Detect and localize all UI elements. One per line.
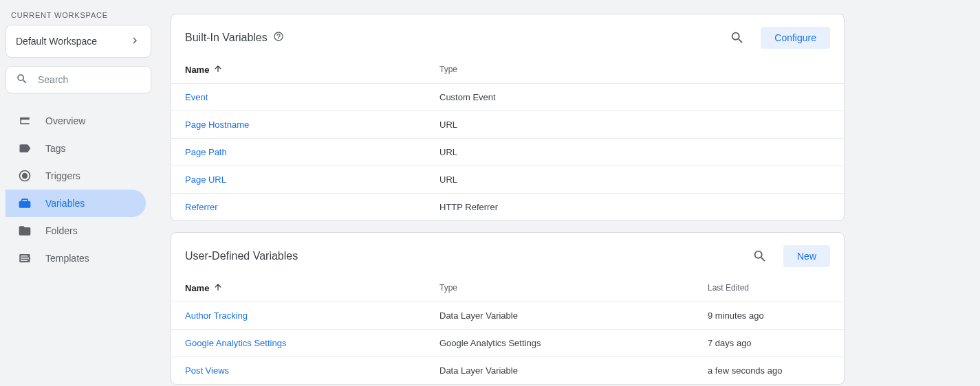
col-label: Name bbox=[185, 65, 209, 75]
nav-tags[interactable]: Tags bbox=[6, 135, 146, 162]
nav-label: Templates bbox=[45, 253, 89, 264]
card-header: Built-In Variables Configure bbox=[171, 14, 844, 56]
table-row[interactable]: Page Hostname URL bbox=[171, 111, 844, 138]
var-name[interactable]: Event bbox=[185, 92, 439, 102]
tag-icon bbox=[18, 141, 32, 155]
nav-list: Overview Tags Triggers Variables Folders bbox=[6, 107, 151, 272]
nav-label: Tags bbox=[45, 143, 66, 154]
card-header: User-Defined Variables New bbox=[171, 233, 844, 274]
var-name[interactable]: Author Tracking bbox=[185, 310, 439, 321]
var-edited: 9 minutes ago bbox=[708, 310, 830, 321]
trigger-icon bbox=[18, 169, 32, 183]
table-header: Name Type Last Edited bbox=[171, 274, 844, 302]
arrow-up-icon bbox=[213, 64, 223, 76]
search-button[interactable] bbox=[748, 244, 772, 269]
card-title: Built-In Variables bbox=[185, 32, 268, 44]
var-type: URL bbox=[439, 147, 830, 157]
template-icon bbox=[18, 251, 32, 265]
table-row[interactable]: Event Custom Event bbox=[171, 83, 844, 111]
sidebar: CURRENT WORKSPACE Default Workspace Over… bbox=[0, 0, 157, 386]
nav-label: Triggers bbox=[45, 170, 80, 181]
var-type: Custom Event bbox=[439, 92, 830, 102]
workspace-label: CURRENT WORKSPACE bbox=[6, 8, 151, 25]
var-type: URL bbox=[439, 174, 830, 185]
workspace-name: Default Workspace bbox=[16, 36, 97, 47]
var-type: Google Analytics Settings bbox=[439, 338, 708, 348]
help-icon[interactable] bbox=[273, 31, 284, 45]
card-title-wrap: Built-In Variables bbox=[185, 31, 284, 45]
nav-overview[interactable]: Overview bbox=[6, 107, 146, 135]
nav-triggers[interactable]: Triggers bbox=[6, 162, 146, 190]
nav-folders[interactable]: Folders bbox=[6, 217, 146, 245]
sidebar-search[interactable] bbox=[6, 66, 151, 93]
card-actions: Configure bbox=[725, 25, 830, 50]
table-row[interactable]: Author Tracking Data Layer Variable 9 mi… bbox=[171, 302, 844, 329]
builtin-table: Name Type Event Custom Event Page Hostna… bbox=[171, 56, 844, 220]
var-type: Data Layer Variable bbox=[439, 310, 708, 321]
search-icon bbox=[730, 30, 745, 45]
arrow-up-icon bbox=[213, 282, 223, 294]
table-row[interactable]: Page Path URL bbox=[171, 138, 844, 166]
col-name[interactable]: Name bbox=[185, 64, 439, 76]
builtin-variables-card: Built-In Variables Configure Name bbox=[171, 14, 845, 221]
var-type: URL bbox=[439, 120, 830, 130]
search-button[interactable] bbox=[725, 25, 750, 50]
nav-label: Overview bbox=[45, 115, 85, 126]
var-name[interactable]: Page Hostname bbox=[185, 120, 439, 130]
var-name[interactable]: Page URL bbox=[185, 174, 439, 185]
table-row[interactable]: Page URL URL bbox=[171, 166, 844, 193]
col-last-edited[interactable]: Last Edited bbox=[708, 283, 830, 293]
var-name[interactable]: Google Analytics Settings bbox=[185, 338, 439, 348]
nav-label: Folders bbox=[45, 225, 78, 236]
folder-icon bbox=[18, 224, 32, 238]
search-icon bbox=[752, 249, 767, 264]
main-content: Built-In Variables Configure Name bbox=[157, 0, 980, 386]
variable-icon bbox=[18, 196, 32, 210]
table-row[interactable]: Google Analytics Settings Google Analyti… bbox=[171, 329, 844, 356]
nav-templates[interactable]: Templates bbox=[6, 245, 146, 272]
configure-button[interactable]: Configure bbox=[761, 27, 830, 49]
col-name[interactable]: Name bbox=[185, 282, 439, 294]
new-button[interactable]: New bbox=[783, 245, 830, 267]
col-type[interactable]: Type bbox=[439, 65, 830, 74]
userdef-table: Name Type Last Edited Author Tracking Da… bbox=[171, 274, 844, 384]
nav-label: Variables bbox=[45, 198, 85, 209]
search-icon bbox=[16, 73, 28, 87]
table-row[interactable]: Referrer HTTP Referrer bbox=[171, 193, 844, 220]
table-header: Name Type bbox=[171, 56, 844, 83]
chevron-right-icon bbox=[129, 34, 141, 49]
card-actions: New bbox=[748, 244, 830, 269]
var-type: HTTP Referrer bbox=[439, 202, 830, 212]
app-root: CURRENT WORKSPACE Default Workspace Over… bbox=[0, 0, 980, 386]
var-name[interactable]: Page Path bbox=[185, 147, 439, 157]
var-name[interactable]: Post Views bbox=[185, 365, 439, 376]
workspace-selector[interactable]: Default Workspace bbox=[6, 25, 151, 58]
var-edited: a few seconds ago bbox=[708, 365, 830, 376]
table-row[interactable]: Post Views Data Layer Variable a few sec… bbox=[171, 356, 844, 384]
card-title: User-Defined Variables bbox=[185, 250, 298, 262]
var-edited: 7 days ago bbox=[708, 338, 830, 348]
col-type[interactable]: Type bbox=[439, 283, 708, 293]
userdef-variables-card: User-Defined Variables New Name bbox=[171, 232, 845, 385]
var-type: Data Layer Variable bbox=[439, 365, 708, 376]
var-name[interactable]: Referrer bbox=[185, 202, 439, 212]
dashboard-icon bbox=[18, 114, 32, 128]
search-input[interactable] bbox=[38, 74, 141, 85]
nav-variables[interactable]: Variables bbox=[6, 190, 146, 217]
col-label: Name bbox=[185, 283, 209, 293]
